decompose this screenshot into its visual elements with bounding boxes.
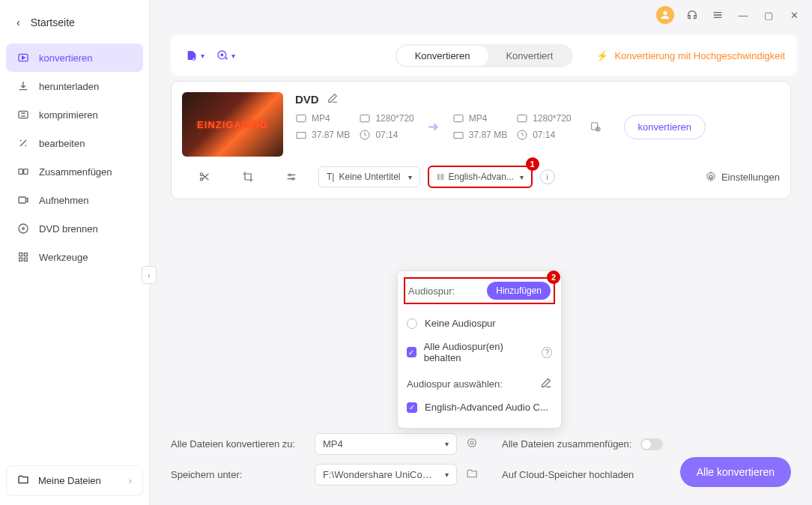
file-card: EINZIGARTIG DVD MP4 37.87 MB 1280*720 [171, 81, 791, 199]
svg-point-25 [292, 178, 294, 180]
sidebar-label: Aufnehmen [39, 195, 89, 206]
format-settings-icon[interactable] [466, 437, 478, 451]
track-label: English-Advanced Audio C... [425, 402, 548, 413]
trim-icon[interactable] [196, 168, 213, 186]
user-avatar[interactable] [656, 6, 674, 24]
file-title: DVD [295, 93, 319, 106]
svg-point-26 [709, 175, 712, 178]
settings-button[interactable]: Einstellungen [705, 171, 780, 183]
bottom-bar: Alle Dateien konvertieren zu: MP4 ▾ Alle… [150, 423, 812, 505]
svg-rect-8 [24, 253, 27, 256]
edit-icon [16, 136, 30, 150]
keep-audio-label: Alle Audiospur(en) behalten [424, 341, 530, 363]
content: EINZIGARTIG DVD MP4 37.87 MB 1280*720 [150, 81, 812, 423]
output-settings-icon[interactable] [587, 118, 605, 136]
svg-rect-4 [19, 197, 25, 203]
menu-icon[interactable] [710, 7, 725, 22]
sidebar-item-edit[interactable]: bearbeiten [6, 129, 143, 157]
sidebar-item-download[interactable]: herunterladen [6, 72, 143, 100]
audio-dropdown-panel: 2 Audiospur: Hinzufügen Keine Audiospur … [397, 270, 562, 429]
no-audio-option[interactable]: Keine Audiospur [407, 312, 552, 335]
convert-icon [16, 51, 30, 64]
save-path-dropdown[interactable]: F:\Wondershare UniConverter ▾ [315, 464, 457, 486]
sidebar-item-record[interactable]: Aufnehmen [6, 186, 143, 214]
cloud-upload-link[interactable]: Auf Cloud-Speicher hochladen [502, 469, 634, 480]
video-thumbnail[interactable]: EINZIGARTIG [182, 92, 283, 157]
audio-dropdown[interactable]: ⫴⫴ English-Advan... ▾ [428, 166, 533, 188]
gear-icon [705, 171, 717, 183]
convert-all-button[interactable]: Alle konvertieren [680, 457, 791, 487]
tab-converted[interactable]: Konvertiert [488, 46, 571, 66]
dst-res: 1280*720 [516, 112, 571, 124]
tab-converting[interactable]: Konvertieren [397, 46, 488, 66]
back-icon: ‹ [16, 16, 20, 28]
svg-rect-9 [19, 258, 22, 261]
sidebar-item-dvd[interactable]: DVD brennen [6, 214, 143, 243]
sidebar-item-compress[interactable]: komprimieren [6, 100, 143, 129]
info-icon[interactable]: i [540, 169, 555, 184]
sidebar-label: Werkzeuge [39, 252, 88, 263]
crop-icon[interactable] [239, 168, 257, 186]
record-icon [16, 193, 30, 207]
select-audio-label: Audiospur auswählen: [407, 378, 503, 390]
sidebar-item-merge[interactable]: Zusammenfügen [6, 157, 143, 186]
my-files-label: Meine Dateien [38, 475, 101, 486]
svg-rect-2 [19, 169, 22, 175]
highspeed-toggle[interactable]: ⚡ Konvertierung mit Hochgeschwindigkeit [596, 50, 785, 61]
annotation-badge-1: 1 [526, 157, 539, 171]
edit-icon[interactable] [540, 377, 552, 391]
close-button[interactable]: ✕ [787, 7, 802, 22]
merge-toggle[interactable] [640, 438, 663, 450]
minimize-button[interactable]: — [736, 7, 751, 22]
svg-point-24 [289, 174, 291, 176]
svg-rect-20 [591, 123, 597, 130]
keep-all-audio-option[interactable]: ✓ Alle Audiospur(en) behalten ? [407, 335, 552, 369]
folder-icon [17, 474, 29, 488]
rename-icon[interactable] [327, 92, 339, 106]
merge-label: Alle Dateien zusammenfügen: [502, 438, 631, 450]
dst-format: MP4 [452, 112, 507, 124]
my-files-button[interactable]: Meine Dateien › [6, 465, 143, 496]
convert-all-label: Alle Dateien konvertieren zu: [171, 438, 306, 450]
svg-rect-14 [297, 115, 306, 121]
src-res: 1280*720 [359, 112, 413, 124]
sidebar-item-tools[interactable]: Werkzeuge [6, 243, 143, 271]
add-disc-button[interactable]: ▾ [213, 46, 238, 64]
svg-point-5 [19, 224, 28, 233]
titlebar: — ▢ ✕ [150, 0, 812, 30]
add-audio-button[interactable]: Hinzufügen [487, 282, 551, 300]
audio-track-label: Audiospur: [408, 285, 455, 297]
src-format: MP4 [295, 112, 350, 124]
sidebar: ‹ Startseite konvertieren herunterladen … [0, 0, 150, 505]
open-folder-icon[interactable] [466, 468, 478, 482]
audio-icon: ⫴⫴ [437, 172, 444, 182]
audio-track-option[interactable]: ✓ English-Advanced Audio C... [407, 396, 552, 419]
no-audio-label: Keine Audiospur [425, 318, 496, 329]
svg-rect-17 [454, 115, 463, 121]
maximize-button[interactable]: ▢ [761, 7, 776, 22]
settings-label: Einstellungen [721, 172, 780, 183]
add-file-button[interactable]: ▾ [183, 46, 207, 64]
output-format-dropdown[interactable]: MP4 ▾ [315, 433, 457, 455]
home-nav[interactable]: ‹ Startseite [6, 9, 143, 36]
convert-button[interactable]: konvertieren [624, 115, 706, 139]
checkbox-icon: ✓ [407, 347, 416, 357]
svg-point-13 [221, 54, 223, 56]
subtitle-dropdown[interactable]: T| Keine Untertitel ▾ [318, 166, 420, 187]
sidebar-item-convert[interactable]: konvertieren [6, 43, 143, 72]
sidebar-label: DVD brennen [39, 223, 98, 235]
svg-rect-18 [518, 115, 527, 121]
subtitle-value: Keine Untertitel [339, 172, 400, 182]
tab-group: Konvertieren Konvertiert [396, 44, 573, 67]
chevron-down-icon: ▾ [520, 173, 524, 181]
adjust-icon[interactable] [282, 168, 300, 186]
main-area: — ▢ ✕ ▾ ▾ Konvertieren Konvertiert ⚡ Kon… [150, 0, 812, 505]
help-icon[interactable]: ? [542, 347, 552, 358]
support-icon[interactable] [685, 7, 700, 22]
chevron-down-icon: ▾ [445, 440, 449, 448]
toolbar: ▾ ▾ Konvertieren Konvertiert ⚡ Konvertie… [171, 34, 797, 76]
dst-dur: 07:14 [516, 129, 571, 141]
chevron-down-icon: ▾ [408, 173, 412, 181]
dvd-icon [16, 222, 30, 235]
svg-rect-15 [360, 115, 369, 121]
